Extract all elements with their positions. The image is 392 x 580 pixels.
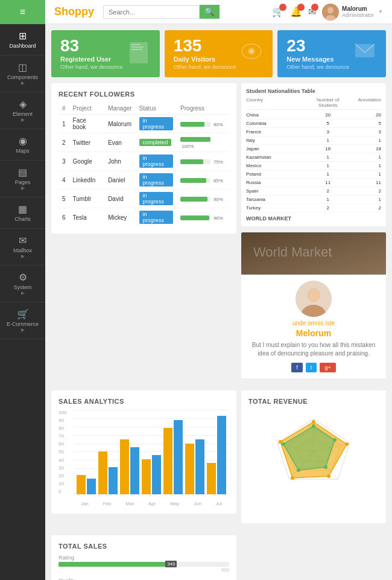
stat-card-visitors: 135 Daily Visitors Other hand, we denoun…: [165, 30, 273, 77]
chart-bar-group: [163, 420, 183, 495]
sidebar-item-mailbox[interactable]: ✉ Mailbox ▶: [0, 229, 45, 266]
y-label: 40: [58, 457, 74, 463]
cart-icon-btn[interactable]: 🛒: [272, 6, 284, 18]
nat-number: 1: [308, 197, 349, 202]
envelope-icon-btn[interactable]: ✉: [308, 6, 316, 18]
cell-manager: Daniel: [104, 171, 135, 190]
nat-country: Italy: [246, 138, 308, 143]
cell-status: in progress: [136, 152, 177, 171]
stat-card-messages: 23 New Messages Other hand, we denounce: [277, 30, 386, 77]
analytics-row: SALES ANALYTICS: [51, 390, 386, 529]
sidebar-item-components[interactable]: ◫ Components ▶: [0, 56, 45, 92]
search-input[interactable]: [103, 5, 200, 19]
nat-country: Japan: [246, 146, 308, 151]
bar-blue: [152, 455, 161, 494]
svg-point-17: [308, 288, 320, 302]
x-label: Jan: [81, 501, 89, 506]
cell-manager: Evan: [104, 133, 135, 152]
cell-num: 1: [58, 115, 69, 133]
list-item: Mexico 1 1: [246, 162, 381, 170]
chart-bar-group: [77, 475, 96, 495]
svg-rect-6: [131, 49, 142, 50]
world-market-image: World Market: [241, 232, 386, 275]
bar-blue: [87, 479, 96, 494]
stat-number-messages: 23: [286, 37, 349, 54]
svg-point-29: [345, 442, 349, 446]
cell-progress: 80%: [177, 115, 229, 133]
search-container: 🔍: [103, 5, 272, 19]
total-revenue-card: TOTAL REVENUE: [241, 390, 386, 523]
nat-number: 11: [308, 180, 349, 185]
svg-point-34: [333, 438, 337, 442]
table-row: 4 LinkedIn Daniel in progress 85%: [58, 171, 229, 190]
y-label: 20: [58, 473, 74, 479]
chart-bar-group: [185, 439, 204, 494]
facebook-button[interactable]: f: [291, 363, 303, 372]
nat-number: 1: [308, 138, 349, 143]
nat-annotation: 18: [349, 146, 381, 151]
components-icon: ◫: [18, 62, 27, 73]
col-header-status: Status: [136, 103, 177, 115]
sidebar-item-element[interactable]: ◈ Element ▶: [0, 92, 45, 129]
nat-rows-container: China 20 20 Colombia 5 5 France 3 3 Ital…: [246, 111, 381, 212]
sidebar-logo[interactable]: ≡: [0, 0, 45, 24]
nat-col-ann: Annotation: [349, 97, 381, 108]
main-content: Shoppy 🔍 🛒 🔔 ✉: [45, 0, 392, 580]
sidebar-label-maps: Maps: [16, 148, 29, 154]
sales-bar-row: Rating 349 550: [58, 555, 229, 573]
user-info: Malorum Administrator: [342, 5, 374, 18]
table-row: 2 Twitter Evan completed 100%: [58, 133, 229, 152]
sidebar-item-ecommerce[interactable]: 🛒 E-Commerce ▶: [0, 302, 45, 339]
twitter-button[interactable]: t: [306, 363, 317, 372]
social-icons: f t g+: [247, 363, 380, 372]
sales-analytics-card: SALES ANALYTICS: [51, 390, 236, 514]
bar-orange: [207, 463, 216, 494]
x-label: Apr: [148, 501, 156, 506]
svg-text:World Market: World Market: [253, 244, 332, 260]
sidebar-item-charts[interactable]: ▦ Charts: [0, 197, 45, 229]
cell-project: LinkedIn: [69, 171, 105, 190]
sidebar-item-pages[interactable]: ▤ Pages ▶: [0, 161, 45, 197]
googleplus-button[interactable]: g+: [320, 363, 335, 372]
user-menu[interactable]: Malorum Administrator ▼: [322, 4, 383, 21]
sidebar-label-charts: Charts: [14, 216, 31, 222]
nat-annotation: 1: [349, 138, 381, 143]
stat-sub-visitors: Other hand, we denounce: [174, 64, 236, 70]
bar-orange: [98, 451, 107, 495]
bell-icon-btn[interactable]: 🔔: [290, 6, 302, 18]
sidebar-item-system[interactable]: ⚙ System ▶: [0, 266, 45, 302]
cell-progress: 96%: [177, 208, 229, 227]
cell-status: in progress: [136, 115, 177, 133]
cell-num: 5: [58, 190, 69, 208]
col-header-num: #: [58, 103, 69, 115]
list-item: Colombia 5 5: [246, 120, 381, 128]
nat-country: Russia: [246, 180, 308, 185]
charts-icon: ▦: [18, 203, 27, 215]
sidebar-item-dashboard[interactable]: ⊞ Dashboard: [0, 24, 45, 56]
nat-country: China: [246, 112, 308, 118]
svg-rect-5: [131, 46, 144, 48]
nat-annotation: 1: [349, 163, 381, 168]
search-button[interactable]: 🔍: [200, 5, 220, 19]
cell-progress: 75%: [177, 152, 229, 171]
x-label: May: [170, 501, 179, 506]
bell-badge: [297, 4, 305, 11]
cell-status: completed: [136, 133, 177, 152]
chevron-right-icon-5: ▶: [21, 290, 25, 296]
sidebar-item-maps[interactable]: ◉ Maps: [0, 129, 45, 161]
profile-name: Melorum: [247, 328, 380, 338]
total-sales-col: TOTAL SALES Rating 349 550 Quality 236 5…: [51, 535, 236, 580]
maps-icon: ◉: [19, 135, 27, 147]
cell-progress: 85%: [177, 171, 229, 190]
svg-rect-4: [131, 44, 141, 45]
y-label: 0: [58, 489, 74, 494]
bar-blue: [109, 467, 118, 495]
visitors-stat-icon: [239, 39, 264, 69]
profile-subtitle: unde omnis iste: [247, 320, 380, 327]
nationalities-card: Student Nationalities Table Country Numb…: [241, 83, 386, 226]
sidebar-label-dashboard: Dashboard: [9, 43, 36, 49]
sales-bar-track: 349: [58, 562, 229, 567]
profile-section: unde omnis iste Melorum But I must expla…: [241, 275, 386, 378]
stat-info-messages: 23 New Messages Other hand, we denounce: [286, 37, 349, 70]
nat-annotation: 1: [349, 155, 381, 160]
